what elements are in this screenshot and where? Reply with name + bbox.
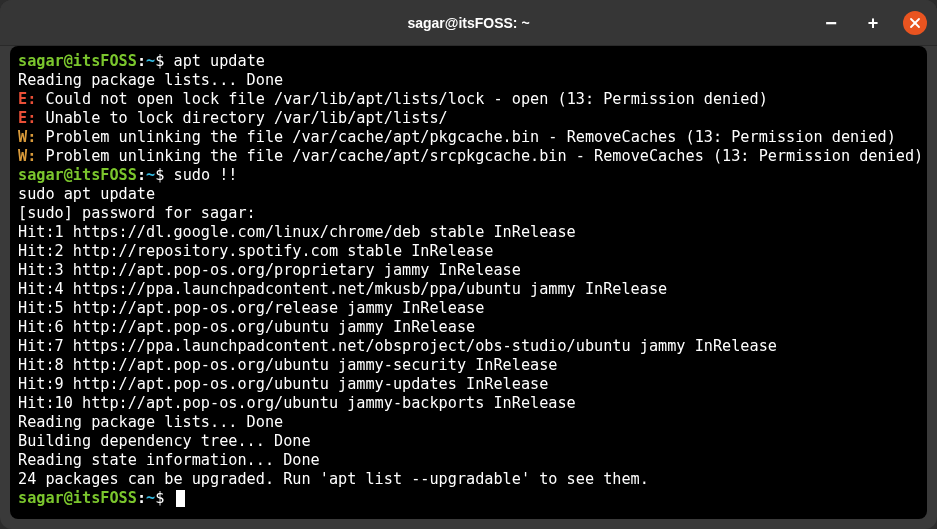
prompt-path: ~ <box>146 52 155 70</box>
output-line: Hit:7 https://ppa.launchpadcontent.net/o… <box>18 337 919 356</box>
warning-line: W: Problem unlinking the file /var/cache… <box>18 128 919 147</box>
titlebar[interactable]: sagar@itsFOSS: ~ − + <box>0 0 937 46</box>
warning-text: Problem unlinking the file /var/cache/ap… <box>36 128 896 146</box>
output-line: Hit:4 https://ppa.launchpadcontent.net/m… <box>18 280 919 299</box>
error-line: E: Could not open lock file /var/lib/apt… <box>18 90 919 109</box>
output-line: Hit:3 http://apt.pop-os.org/proprietary … <box>18 261 919 280</box>
command-text: apt update <box>164 52 265 70</box>
output-line: Hit:5 http://apt.pop-os.org/release jamm… <box>18 299 919 318</box>
prompt-path: ~ <box>146 489 155 507</box>
prompt-line: sagar@itsFOSS:~$ <box>18 489 919 508</box>
command-text: sudo !! <box>164 166 237 184</box>
output-line: Hit:6 http://apt.pop-os.org/ubuntu jammy… <box>18 318 919 337</box>
warning-line: W: Problem unlinking the file /var/cache… <box>18 147 919 166</box>
cursor <box>176 490 185 507</box>
output-line: Hit:1 https://dl.google.com/linux/chrome… <box>18 223 919 242</box>
error-label: E: <box>18 90 36 108</box>
output-line: Hit:2 http://repository.spotify.com stab… <box>18 242 919 261</box>
output-line: Hit:9 http://apt.pop-os.org/ubuntu jammy… <box>18 375 919 394</box>
prompt-colon: : <box>137 166 146 184</box>
output-line: sudo apt update <box>18 185 919 204</box>
command-text <box>164 489 173 507</box>
prompt-user-host: sagar@itsFOSS <box>18 166 137 184</box>
window-controls: − + <box>819 11 927 35</box>
output-line: Hit:8 http://apt.pop-os.org/ubuntu jammy… <box>18 356 919 375</box>
output-line: Hit:10 http://apt.pop-os.org/ubuntu jamm… <box>18 394 919 413</box>
output-line: Reading package lists... Done <box>18 413 919 432</box>
terminal-body[interactable]: sagar@itsFOSS:~$ apt update Reading pack… <box>10 46 927 519</box>
terminal-window: sagar@itsFOSS: ~ − + sagar@itsFOSS:~$ ap… <box>0 0 937 529</box>
minimize-button[interactable]: − <box>819 11 843 35</box>
close-icon <box>909 17 921 29</box>
output-line: [sudo] password for sagar: <box>18 204 919 223</box>
error-line: E: Unable to lock directory /var/lib/apt… <box>18 109 919 128</box>
prompt-dollar: $ <box>155 166 164 184</box>
output-line: 24 packages can be upgraded. Run 'apt li… <box>18 470 919 489</box>
prompt-dollar: $ <box>155 52 164 70</box>
warning-label: W: <box>18 128 36 146</box>
window-title: sagar@itsFOSS: ~ <box>407 15 529 31</box>
prompt-user-host: sagar@itsFOSS <box>18 52 137 70</box>
output-line: Reading package lists... Done <box>18 71 919 90</box>
output-line: Building dependency tree... Done <box>18 432 919 451</box>
error-text: Unable to lock directory /var/lib/apt/li… <box>36 109 447 127</box>
error-label: E: <box>18 109 36 127</box>
prompt-user-host: sagar@itsFOSS <box>18 489 137 507</box>
prompt-line: sagar@itsFOSS:~$ sudo !! <box>18 166 919 185</box>
error-text: Could not open lock file /var/lib/apt/li… <box>36 90 768 108</box>
warning-text: Problem unlinking the file /var/cache/ap… <box>36 147 923 165</box>
maximize-button[interactable]: + <box>861 11 885 35</box>
warning-label: W: <box>18 147 36 165</box>
prompt-colon: : <box>137 489 146 507</box>
prompt-colon: : <box>137 52 146 70</box>
output-line: Reading state information... Done <box>18 451 919 470</box>
prompt-dollar: $ <box>155 489 164 507</box>
close-button[interactable] <box>903 11 927 35</box>
prompt-line: sagar@itsFOSS:~$ apt update <box>18 52 919 71</box>
prompt-path: ~ <box>146 166 155 184</box>
